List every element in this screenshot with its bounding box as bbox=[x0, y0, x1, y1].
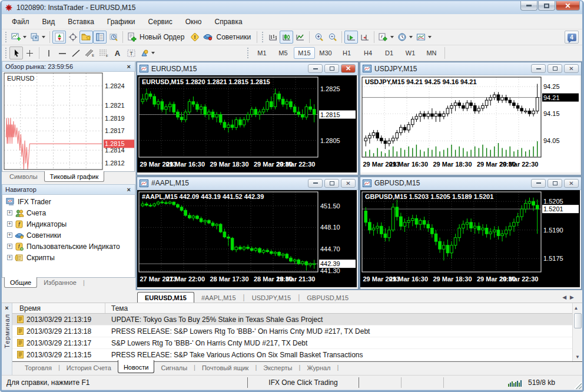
window-close-button[interactable]: ✕ bbox=[556, 1, 580, 11]
terminal-close-icon[interactable]: × bbox=[4, 304, 9, 311]
tab-news[interactable]: Новости bbox=[118, 360, 155, 373]
periods-dropdown[interactable] bbox=[409, 36, 413, 38]
news-row[interactable]: 2013/03/29 21:13:15 PRESS RELEASE: S&P T… bbox=[12, 349, 572, 361]
menu-insert[interactable]: Вставка bbox=[61, 15, 101, 28]
text-tool-button[interactable]: A bbox=[111, 46, 124, 59]
window-maximize-button[interactable] bbox=[538, 1, 555, 11]
chart-restore-button[interactable] bbox=[324, 64, 339, 73]
tab-account-history[interactable]: История Счета bbox=[61, 363, 117, 373]
chart-tab-gbpusd[interactable]: GBPUSD,M15 bbox=[300, 293, 356, 303]
data-window-button[interactable] bbox=[93, 31, 107, 44]
timeframe-m15[interactable]: M15 bbox=[294, 47, 315, 59]
chart-close-button[interactable]: ✕ bbox=[564, 64, 579, 73]
auto-scroll-button[interactable] bbox=[358, 31, 371, 44]
expand-icon[interactable]: + bbox=[7, 244, 12, 249]
menu-help[interactable]: Справка bbox=[208, 15, 249, 28]
chart-restore-button[interactable] bbox=[548, 179, 562, 188]
channel-tool-button[interactable]: E bbox=[82, 46, 97, 59]
timeframe-m1[interactable]: M1 bbox=[251, 47, 273, 59]
tab-tick-chart[interactable]: Тиковый график bbox=[44, 171, 105, 182]
chart-titlebar[interactable]: #AAPL,M15 ✕ bbox=[137, 177, 358, 190]
timeframe-w1[interactable]: W1 bbox=[400, 47, 421, 59]
chart-minimize-button[interactable] bbox=[531, 179, 546, 188]
scroll-up-icon[interactable]: ▲ bbox=[574, 304, 582, 312]
tab-scroll-arrows[interactable]: ◀▶ bbox=[562, 294, 578, 300]
indicators-button[interactable]: f bbox=[377, 31, 396, 44]
zoom-out-button[interactable] bbox=[326, 31, 339, 44]
status-trading-mode[interactable]: IFX One Click Trading bbox=[247, 377, 359, 388]
chart-close-button[interactable]: ✕ bbox=[341, 179, 356, 188]
toolbar-grip[interactable] bbox=[5, 48, 8, 58]
news-scrollbar[interactable]: ▲ ▼ bbox=[572, 303, 582, 361]
candle-chart-aapl[interactable]: 451.50 448.10 444.70 441.30 442.39#AAPL,… bbox=[137, 190, 357, 287]
periods-button[interactable] bbox=[396, 31, 414, 44]
tab-common[interactable]: Общие bbox=[4, 277, 37, 288]
menu-file[interactable]: Файл bbox=[5, 15, 36, 28]
tree-item-indicators[interactable]: + f Индикаторы bbox=[2, 218, 135, 230]
crosshair-button[interactable] bbox=[66, 31, 79, 44]
chart-minimize-button[interactable] bbox=[308, 179, 323, 188]
templates-button[interactable] bbox=[414, 31, 433, 44]
window-minimize-button[interactable] bbox=[520, 1, 537, 11]
tree-item-advisors[interactable]: + Советники bbox=[2, 230, 135, 241]
menu-charts[interactable]: Графики bbox=[101, 15, 142, 28]
tree-item-scripts[interactable]: + Скрипты bbox=[2, 252, 135, 263]
profiles-dropdown[interactable] bbox=[42, 36, 45, 38]
tab-experts[interactable]: Эксперты bbox=[258, 363, 297, 373]
tab-symbols[interactable]: Символы bbox=[4, 172, 43, 181]
line-chart-type-button[interactable] bbox=[293, 31, 307, 44]
candle-chart-usdjpy[interactable]: 94.25 94.15 94.05 94.21USDJPY,M15 94.21 … bbox=[360, 75, 580, 172]
expand-icon[interactable]: + bbox=[7, 255, 12, 260]
menu-window[interactable]: Окно bbox=[179, 15, 208, 28]
trendline-tool-button[interactable] bbox=[69, 46, 82, 59]
indicators-dropdown[interactable] bbox=[390, 36, 394, 38]
timeframe-h4[interactable]: H4 bbox=[357, 47, 379, 59]
new-order-button[interactable]: Новый Ордер bbox=[125, 31, 188, 44]
chart-minimize-button[interactable] bbox=[308, 64, 323, 73]
tab-journal[interactable]: Журнал bbox=[301, 363, 336, 373]
toolbar-grip[interactable] bbox=[247, 48, 250, 58]
timeframe-h1[interactable]: H1 bbox=[336, 47, 357, 59]
chart-titlebar[interactable]: USDJPY,M15 ✕ bbox=[360, 62, 581, 75]
toolbar-grip[interactable] bbox=[5, 32, 8, 42]
menu-view[interactable]: Вид bbox=[36, 15, 62, 28]
tick-chart[interactable]: 1.2824 1.2821 1.2819 1.2817 1.2814 1.281… bbox=[2, 72, 135, 172]
fibonacci-tool-button[interactable]: F bbox=[97, 46, 111, 59]
tree-item-accounts[interactable]: + Счета bbox=[2, 207, 135, 218]
title-bar[interactable]: 1020890: InstaTrader - EURUSD,M15 ✕ bbox=[2, 1, 582, 14]
column-topic[interactable]: Тема bbox=[105, 304, 572, 313]
chart-titlebar[interactable]: EURUSD,M15 ✕ bbox=[137, 62, 358, 75]
chart-tab-aapl[interactable]: #AAPL,M15 bbox=[194, 293, 243, 303]
expand-icon[interactable]: + bbox=[7, 210, 12, 215]
bar-chart-type-button[interactable] bbox=[266, 31, 280, 44]
market-watch-close-icon[interactable]: × bbox=[126, 63, 132, 70]
menu-tools[interactable]: Сервис bbox=[142, 15, 179, 28]
news-row[interactable]: 2013/03/29 21:13:19 UPDATE: Tokyo Gas To… bbox=[12, 314, 572, 325]
news-row[interactable]: 2013/03/29 21:13:17 S&P Lowers Rtg To 'B… bbox=[12, 337, 572, 349]
profiles-button[interactable] bbox=[28, 31, 47, 44]
chart-tab-usdjpy[interactable]: USDJPY,M15 bbox=[245, 293, 298, 303]
tab-signals[interactable]: Сигналы bbox=[155, 363, 193, 373]
tree-root-account[interactable]: IFX Trader bbox=[2, 196, 135, 207]
chart-restore-button[interactable] bbox=[324, 179, 339, 188]
tab-trade[interactable]: Торговля bbox=[19, 363, 57, 373]
notifications-button[interactable]: 4 bbox=[565, 31, 579, 44]
timeframe-d1[interactable]: D1 bbox=[379, 47, 400, 59]
candlestick-type-button[interactable] bbox=[280, 31, 293, 44]
crosshair-tool-button[interactable] bbox=[23, 46, 36, 59]
vertical-line-tool-button[interactable] bbox=[42, 46, 55, 59]
scroll-thumb[interactable] bbox=[574, 313, 582, 328]
navigator-close-icon[interactable]: × bbox=[126, 186, 132, 193]
tick-chart-toggle-button[interactable] bbox=[52, 31, 66, 44]
templates-dropdown[interactable] bbox=[428, 36, 432, 38]
column-time[interactable]: Время bbox=[12, 303, 105, 313]
zoom-in-button[interactable] bbox=[312, 31, 326, 44]
news-row[interactable]: 2013/03/29 21:13:18 PRESS RELEASE: S&P L… bbox=[12, 325, 572, 337]
new-chart-dropdown[interactable] bbox=[23, 36, 26, 38]
tab-mailbox[interactable]: Почтовый ящик bbox=[197, 363, 254, 373]
tree-item-custom-indicators[interactable]: + f Пользовательские Индикато bbox=[2, 241, 135, 252]
timeframe-m5[interactable]: M5 bbox=[273, 47, 294, 59]
chart-titlebar[interactable]: GBPUSD,M15 ✕ bbox=[360, 177, 581, 190]
chart-tab-eurusd[interactable]: EURUSD,M15 bbox=[137, 292, 194, 303]
scroll-down-icon[interactable]: ▼ bbox=[575, 353, 580, 361]
